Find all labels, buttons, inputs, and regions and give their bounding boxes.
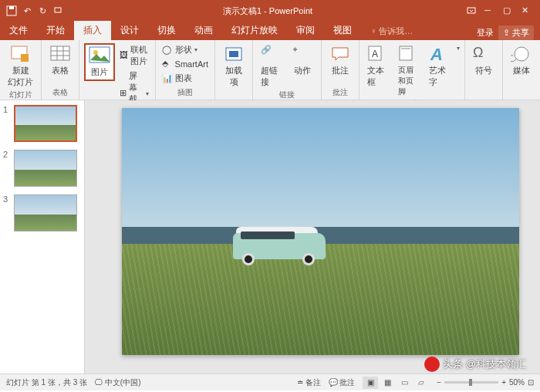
group-links: 链接 bbox=[258, 90, 316, 100]
new-slide-icon bbox=[10, 45, 32, 63]
chart-icon: 📊 bbox=[162, 73, 173, 84]
textbox-icon: A bbox=[367, 45, 389, 63]
tab-home[interactable]: 开始 bbox=[37, 21, 74, 40]
group-comments: 批注 bbox=[326, 87, 354, 98]
smartart-icon: ⬘ bbox=[162, 59, 173, 69]
undo-icon[interactable]: ↶ bbox=[22, 5, 32, 16]
notes-button[interactable]: ≐ 备注 bbox=[297, 377, 321, 388]
svg-text:A: A bbox=[372, 49, 378, 59]
symbol-icon: Ω bbox=[473, 45, 494, 63]
addins-button[interactable]: 加载 项 bbox=[220, 43, 248, 90]
tab-design[interactable]: 设计 bbox=[111, 21, 148, 40]
screenshot-icon: ⊞ bbox=[120, 88, 127, 99]
watermark: 头条 @科技本领汇 bbox=[424, 357, 526, 372]
zoom-slider[interactable] bbox=[444, 381, 498, 384]
svg-rect-5 bbox=[21, 54, 29, 62]
group-tables: 表格 bbox=[46, 87, 74, 98]
van-image bbox=[233, 227, 326, 265]
slide-canvas[interactable]: ↘ bbox=[85, 100, 540, 373]
table-icon bbox=[49, 45, 71, 63]
chart-button[interactable]: 📊图表 bbox=[160, 72, 210, 85]
action-icon: ✦ bbox=[292, 45, 313, 63]
hyperlink-button[interactable]: 🔗 超链接 bbox=[258, 43, 285, 90]
zoom-out-icon[interactable]: − bbox=[437, 378, 441, 387]
slide-thumbnails[interactable]: 1 2 3 bbox=[0, 100, 85, 373]
tab-transitions[interactable]: 切换 bbox=[148, 21, 185, 40]
tab-insert[interactable]: 插入 bbox=[74, 21, 111, 40]
thumb-image bbox=[14, 105, 77, 142]
tab-file[interactable]: 文件 bbox=[0, 21, 37, 40]
svg-point-12 bbox=[93, 50, 98, 55]
comment-button[interactable]: 批注 bbox=[326, 43, 354, 78]
current-slide[interactable] bbox=[122, 108, 519, 355]
new-slide-button[interactable]: 新建 幻灯片 bbox=[5, 43, 36, 90]
share-button[interactable]: ⇪ 共享 bbox=[498, 25, 534, 40]
picture-icon bbox=[89, 46, 110, 65]
svg-rect-2 bbox=[55, 8, 61, 12]
slide-counter: 幻灯片 第 1 张，共 3 张 bbox=[6, 377, 87, 388]
thumb-image bbox=[14, 194, 77, 231]
svg-text:A: A bbox=[430, 45, 443, 63]
addins-icon bbox=[223, 45, 245, 63]
thumb-image bbox=[14, 150, 77, 187]
group-slides: 幻灯片 bbox=[5, 90, 36, 100]
shapes-button[interactable]: ◯形状▾ bbox=[160, 43, 210, 56]
fit-window-icon[interactable]: ⊡ bbox=[528, 378, 534, 387]
sorter-view-icon[interactable]: ▦ bbox=[380, 377, 395, 389]
link-icon: 🔗 bbox=[261, 45, 282, 63]
lang-indicator[interactable]: 🖵 中文(中国) bbox=[95, 377, 140, 388]
slideshow-view-icon[interactable]: ▱ bbox=[413, 377, 429, 389]
online-picture-button[interactable]: 🖼联机图片 bbox=[118, 43, 150, 68]
media-icon bbox=[511, 45, 532, 63]
thumb-slide-1[interactable]: 1 bbox=[3, 105, 81, 142]
symbol-button[interactable]: Ω 符号 bbox=[470, 43, 498, 78]
group-illustrations: 插图 bbox=[160, 87, 210, 98]
action-button[interactable]: ✦ 动作 bbox=[289, 43, 316, 78]
shapes-icon: ◯ bbox=[162, 45, 173, 56]
svg-point-20 bbox=[515, 47, 528, 61]
svg-rect-14 bbox=[229, 51, 238, 57]
wordart-icon: A bbox=[429, 45, 451, 63]
zoom-level[interactable]: 50% bbox=[509, 378, 525, 387]
thumb-slide-2[interactable]: 2 bbox=[3, 150, 81, 187]
signin-link[interactable]: 登录 bbox=[477, 27, 494, 39]
comment-icon bbox=[329, 45, 351, 63]
tab-slideshow[interactable]: 幻灯片放映 bbox=[222, 21, 287, 40]
close-icon[interactable]: ✕ bbox=[521, 5, 532, 16]
qat-more-icon[interactable]: ▾ bbox=[68, 8, 71, 15]
reading-view-icon[interactable]: ▭ bbox=[397, 377, 412, 389]
tab-view[interactable]: 视图 bbox=[324, 21, 361, 40]
save-icon[interactable] bbox=[6, 5, 17, 16]
smartart-button[interactable]: ⬘SmartArt bbox=[160, 58, 210, 70]
online-pic-icon: 🖼 bbox=[120, 50, 128, 61]
tab-review[interactable]: 审阅 bbox=[287, 21, 324, 40]
zoom-in-icon[interactable]: + bbox=[501, 378, 506, 387]
minimize-icon[interactable]: ─ bbox=[484, 5, 495, 16]
window-title: 演示文稿1 - PowerPoint bbox=[77, 5, 458, 17]
svg-rect-6 bbox=[51, 46, 69, 60]
header-icon bbox=[398, 45, 420, 63]
ribbon-options-icon[interactable] bbox=[466, 5, 477, 16]
maximize-icon[interactable]: ▢ bbox=[503, 5, 514, 16]
thumb-slide-3[interactable]: 3 bbox=[3, 194, 81, 231]
media-button[interactable]: 媒体 bbox=[508, 43, 535, 78]
picture-button[interactable]: 图片 bbox=[84, 43, 115, 81]
text-more-button[interactable]: ▾ bbox=[457, 43, 460, 53]
tab-animations[interactable]: 动画 bbox=[185, 21, 222, 40]
toutiao-logo-icon bbox=[424, 357, 440, 372]
svg-rect-1 bbox=[9, 6, 14, 9]
tell-me[interactable]: ♀ 告诉我… bbox=[361, 22, 422, 40]
normal-view-icon[interactable]: ▣ bbox=[363, 377, 378, 389]
table-button[interactable]: 表格 bbox=[46, 43, 74, 78]
redo-icon[interactable]: ↻ bbox=[37, 5, 48, 16]
start-icon[interactable] bbox=[52, 5, 63, 16]
comments-button[interactable]: 💬 批注 bbox=[329, 377, 356, 388]
svg-rect-3 bbox=[467, 8, 475, 13]
wordart-button[interactable]: A 艺术字 bbox=[426, 43, 454, 90]
header-button[interactable]: 页眉和页脚 bbox=[395, 43, 423, 99]
textbox-button[interactable]: A 文本框 bbox=[364, 43, 392, 90]
